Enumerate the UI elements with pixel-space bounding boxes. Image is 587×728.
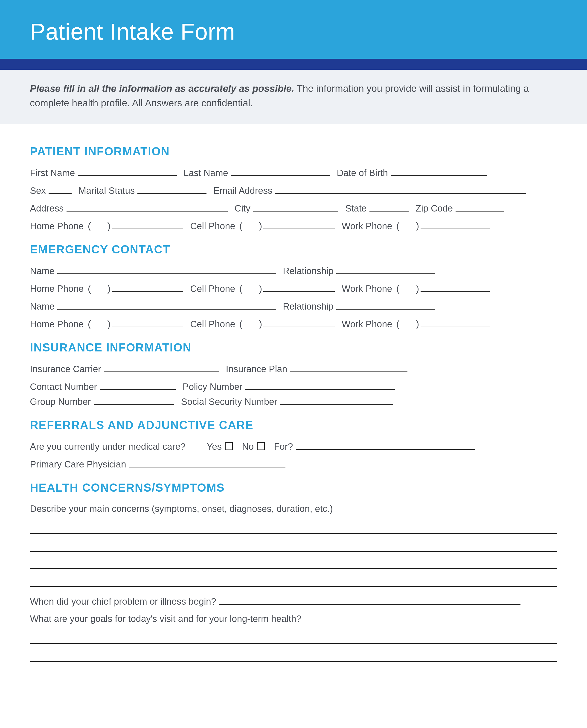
textarea-concerns[interactable] — [30, 523, 557, 587]
intro-text: Please fill in all the information as ac… — [0, 70, 587, 124]
field-when-begin[interactable]: When did your chief problem or illness b… — [30, 596, 520, 607]
label-sex: Sex — [30, 186, 46, 196]
field-dob[interactable]: Date of Birth — [337, 167, 487, 178]
page-title: Patient Intake Form — [30, 18, 557, 45]
label-first-name: First Name — [30, 168, 75, 178]
input-state[interactable] — [370, 203, 408, 212]
field-plan[interactable]: Insurance Plan — [226, 363, 407, 374]
field-zip[interactable]: Zip Code — [416, 203, 504, 214]
field-ec2-home-phone[interactable]: Home Phone () — [30, 319, 183, 329]
field-ec1-work-phone[interactable]: Work Phone () — [342, 283, 489, 294]
field-ec2-cell-phone[interactable]: Cell Phone () — [190, 319, 335, 329]
input-ec2-relationship[interactable] — [336, 301, 435, 310]
field-cell-phone[interactable]: Cell Phone ( ) — [190, 220, 335, 231]
field-for[interactable]: For? — [274, 441, 475, 452]
label-zip: Zip Code — [416, 203, 453, 214]
header-accent-bar — [0, 59, 587, 70]
field-ec1-name[interactable]: Name — [30, 265, 276, 276]
input-email[interactable] — [275, 185, 526, 194]
field-carrier[interactable]: Insurance Carrier — [30, 363, 219, 374]
field-work-phone[interactable]: Work Phone ( ) — [342, 220, 489, 231]
input-ssn[interactable] — [280, 396, 393, 405]
field-sex[interactable]: Sex — [30, 185, 72, 196]
field-first-name[interactable]: First Name — [30, 167, 177, 178]
input-ec1-name[interactable] — [57, 265, 276, 274]
label-address: Address — [30, 203, 64, 214]
field-pcp[interactable]: Primary Care Physician — [30, 459, 285, 470]
input-cell-phone[interactable] — [263, 220, 335, 229]
field-city[interactable]: City — [235, 203, 338, 214]
field-ec1-relationship[interactable]: Relationship — [283, 265, 435, 276]
input-ec2-home-phone[interactable] — [112, 319, 183, 327]
section-emergency-title: EMERGENCY CONTACT — [30, 243, 557, 256]
label-dob: Date of Birth — [337, 168, 388, 178]
field-ec1-home-phone[interactable]: Home Phone () — [30, 283, 183, 294]
section-insurance-title: INSURANCE INFORMATION — [30, 341, 557, 354]
option-yes[interactable]: Yes — [207, 442, 235, 452]
field-ec1-cell-phone[interactable]: Cell Phone () — [190, 283, 335, 294]
field-contact-number[interactable]: Contact Number — [30, 381, 175, 392]
intro-bold: Please fill in all the information as ac… — [30, 83, 294, 94]
label-ec-name: Name — [30, 266, 54, 276]
label-work-phone: Work Phone — [342, 221, 392, 231]
input-work-phone[interactable] — [421, 220, 490, 229]
label-email: Email Address — [213, 186, 272, 196]
label-city: City — [235, 203, 251, 214]
textarea-goals[interactable] — [30, 633, 557, 662]
input-for[interactable] — [296, 441, 475, 450]
field-ssn[interactable]: Social Security Number — [181, 396, 393, 407]
input-group-number[interactable] — [94, 396, 174, 405]
label-marital: Marital Status — [78, 186, 135, 196]
section-health-title: HEALTH CONCERNS/SYMPTOMS — [30, 481, 557, 494]
field-last-name[interactable]: Last Name — [184, 167, 330, 178]
field-state[interactable]: State — [345, 203, 408, 214]
field-email[interactable]: Email Address — [213, 185, 526, 196]
input-first-name[interactable] — [78, 167, 177, 176]
label-cell-phone: Cell Phone — [190, 221, 235, 231]
field-home-phone[interactable]: Home Phone ( ) — [30, 220, 183, 231]
input-ec1-work-phone[interactable] — [421, 283, 490, 292]
input-ec2-name[interactable] — [57, 301, 276, 310]
input-last-name[interactable] — [231, 167, 330, 176]
field-policy-number[interactable]: Policy Number — [183, 381, 395, 392]
label-under-care: Are you currently under medical care? — [30, 442, 186, 452]
section-referrals-title: REFERRALS AND ADJUNCTIVE CARE — [30, 418, 557, 432]
input-ec2-cell-phone[interactable] — [263, 319, 335, 327]
input-marital[interactable] — [137, 185, 207, 194]
input-zip[interactable] — [455, 203, 504, 212]
input-ec1-relationship[interactable] — [336, 265, 435, 274]
label-last-name: Last Name — [184, 168, 228, 178]
input-policy-number[interactable] — [245, 381, 395, 390]
label-describe: Describe your main concerns (symptoms, o… — [30, 503, 557, 514]
label-home-phone: Home Phone — [30, 221, 84, 231]
input-when-begin[interactable] — [219, 596, 520, 605]
field-ec2-work-phone[interactable]: Work Phone () — [342, 319, 489, 329]
field-ec2-relationship[interactable]: Relationship — [283, 301, 435, 312]
input-home-phone[interactable] — [112, 220, 183, 229]
field-ec2-name[interactable]: Name — [30, 301, 276, 312]
input-dob[interactable] — [391, 167, 487, 176]
label-ec-relationship: Relationship — [283, 266, 333, 276]
checkbox-yes[interactable] — [225, 442, 233, 450]
input-plan[interactable] — [290, 363, 407, 372]
input-sex[interactable] — [49, 185, 72, 194]
form-header: Patient Intake Form — [0, 0, 587, 59]
label-state: State — [345, 203, 367, 214]
input-ec1-home-phone[interactable] — [112, 283, 183, 292]
option-no[interactable]: No — [242, 442, 267, 452]
input-pcp[interactable] — [129, 459, 285, 467]
input-ec1-cell-phone[interactable] — [263, 283, 335, 292]
checkbox-no[interactable] — [257, 442, 265, 450]
input-city[interactable] — [253, 203, 338, 212]
label-goals: What are your goals for today's visit an… — [30, 614, 557, 624]
input-address[interactable] — [67, 203, 228, 212]
field-address[interactable]: Address — [30, 203, 228, 214]
input-contact-number[interactable] — [100, 381, 175, 390]
section-patient-info-title: PATIENT INFORMATION — [30, 145, 557, 158]
input-ec2-work-phone[interactable] — [421, 319, 490, 327]
input-carrier[interactable] — [104, 363, 219, 372]
field-group-number[interactable]: Group Number — [30, 396, 174, 407]
field-marital[interactable]: Marital Status — [78, 185, 207, 196]
